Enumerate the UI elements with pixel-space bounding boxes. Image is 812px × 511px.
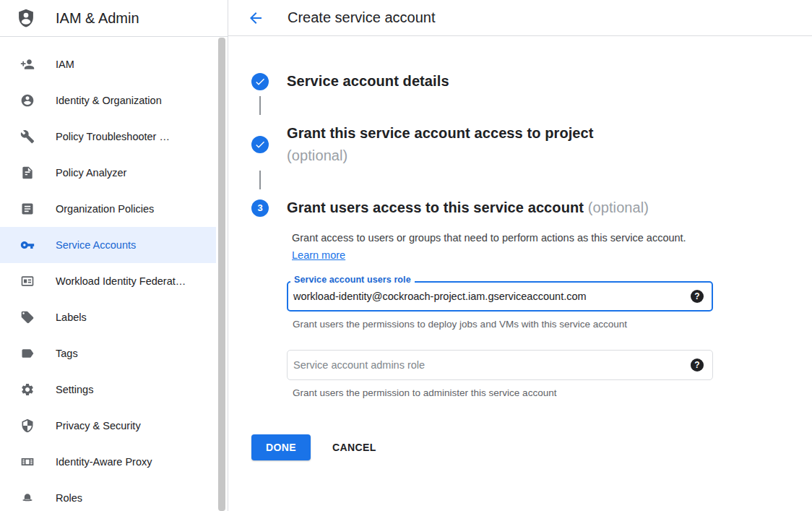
topbar: Create service account bbox=[228, 0, 812, 36]
service-account-admins-role-field: ? Grant users the permission to administ… bbox=[287, 350, 713, 398]
sidebar-item-privacy-security[interactable]: Privacy & Security bbox=[0, 408, 216, 444]
service-account-key-icon bbox=[20, 238, 35, 252]
policy-analyzer-doc-icon bbox=[20, 166, 35, 180]
admins-role-helper-text: Grant users the permission to administer… bbox=[293, 387, 713, 398]
person-add-icon bbox=[20, 57, 35, 72]
step-2-optional-label: (optional) bbox=[287, 147, 347, 163]
sidebar-item-organization-policies[interactable]: Organization Policies bbox=[0, 191, 216, 227]
step-complete-check-icon bbox=[251, 136, 269, 153]
step-grant-users-access: 3 Grant users access to this service acc… bbox=[251, 197, 812, 219]
create-service-account-form: Service account details Grant this servi… bbox=[228, 36, 812, 460]
sidebar-item-tags[interactable]: Tags bbox=[0, 335, 216, 372]
service-account-admins-role-input[interactable] bbox=[287, 350, 713, 380]
proxy-filmstrip-icon bbox=[20, 455, 35, 469]
users-role-helper-text: Grant users the permissions to deploy jo… bbox=[293, 319, 713, 330]
users-role-label: Service account users role bbox=[290, 275, 415, 285]
service-account-users-role-field: Service account users role ? Grant users… bbox=[287, 281, 713, 330]
hat-icon bbox=[20, 491, 35, 505]
tag-arrow-icon bbox=[20, 346, 35, 361]
back-button[interactable] bbox=[247, 9, 264, 27]
sidebar-scrollbar-thumb[interactable] bbox=[218, 38, 225, 511]
wrench-icon bbox=[20, 129, 35, 144]
sidebar-scrollbar bbox=[218, 38, 226, 511]
sidebar-item-identity-aware-proxy[interactable]: Identity-Aware Proxy bbox=[0, 444, 216, 480]
sidebar-item-policy-analyzer[interactable]: Policy Analyzer bbox=[0, 155, 216, 191]
main-panel: Create service account Service account d… bbox=[228, 0, 812, 511]
step-2-title: Grant this service account access to pro… bbox=[287, 125, 594, 141]
iam-shield-person-icon bbox=[16, 7, 36, 29]
product-title: IAM & Admin bbox=[56, 10, 139, 27]
sidebar: IAM & Admin IAM Identity & Organization … bbox=[0, 0, 228, 511]
sidebar-item-labels[interactable]: Labels bbox=[0, 299, 216, 335]
sidebar-item-identity-organization[interactable]: Identity & Organization bbox=[0, 82, 216, 119]
done-button[interactable]: DONE bbox=[251, 434, 311, 460]
help-icon[interactable]: ? bbox=[691, 358, 704, 372]
sidebar-item-service-accounts[interactable]: Service Accounts bbox=[0, 227, 216, 263]
help-icon[interactable]: ? bbox=[691, 290, 704, 303]
step-description: Grant access to users or groups that nee… bbox=[292, 229, 688, 264]
arrow-back-icon bbox=[247, 9, 264, 27]
price-tag-icon bbox=[20, 310, 35, 325]
step-grant-access-to-project: Grant this service account access to pro… bbox=[251, 122, 812, 167]
step-1-title: Service account details bbox=[287, 70, 449, 93]
article-list-icon bbox=[20, 202, 35, 216]
sidebar-nav: IAM Identity & Organization Policy Troub… bbox=[0, 37, 228, 511]
step-3-number-badge: 3 bbox=[251, 199, 269, 217]
cancel-button[interactable]: CANCEL bbox=[332, 442, 376, 453]
gear-icon bbox=[20, 382, 35, 397]
step-3-title: Grant users access to this service accou… bbox=[287, 199, 584, 215]
sidebar-item-roles[interactable]: Roles bbox=[0, 480, 216, 511]
sidebar-item-workload-identity-federat[interactable]: Workload Identity Federat… bbox=[0, 263, 216, 299]
account-circle-icon bbox=[20, 93, 35, 108]
service-account-users-role-input[interactable] bbox=[287, 281, 713, 312]
shield-icon bbox=[20, 418, 35, 433]
learn-more-link[interactable]: Learn more bbox=[292, 249, 345, 261]
step-service-account-details: Service account details bbox=[251, 70, 812, 93]
id-card-icon bbox=[20, 274, 35, 288]
app-window: IAM & Admin IAM Identity & Organization … bbox=[0, 0, 812, 511]
step-3-optional-label: (optional) bbox=[588, 199, 649, 215]
step-connector bbox=[259, 171, 261, 189]
form-actions: DONE CANCEL bbox=[251, 434, 812, 460]
sidebar-header: IAM & Admin bbox=[0, 0, 228, 37]
step-complete-check-icon bbox=[251, 73, 269, 90]
step-connector bbox=[259, 96, 261, 115]
page-title: Create service account bbox=[288, 9, 436, 26]
sidebar-item-policy-troubleshooter[interactable]: Policy Troubleshooter … bbox=[0, 119, 216, 155]
sidebar-item-iam[interactable]: IAM bbox=[0, 46, 216, 82]
sidebar-item-settings[interactable]: Settings bbox=[0, 372, 216, 408]
